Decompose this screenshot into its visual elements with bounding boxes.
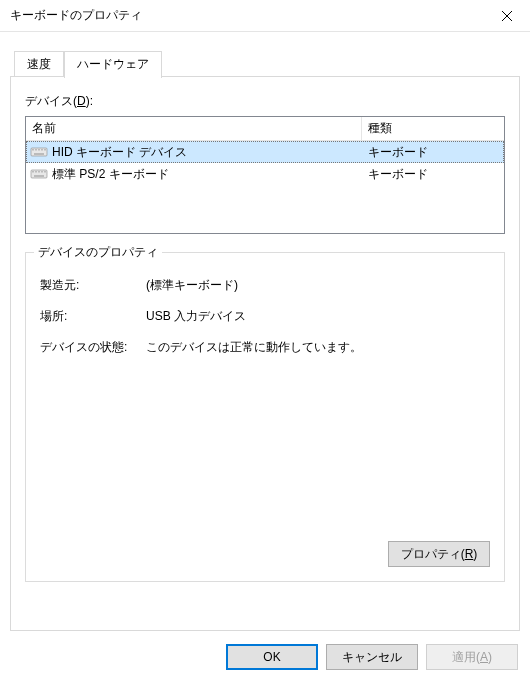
- close-icon: [502, 11, 512, 21]
- manufacturer-value: (標準キーボード): [146, 277, 490, 294]
- svg-rect-7: [44, 149, 46, 151]
- location-label: 場所:: [40, 308, 146, 325]
- device-properties-group: デバイスのプロパティ 製造元: (標準キーボード) 場所: USB 入力デバイス…: [25, 252, 505, 582]
- cancel-button[interactable]: キャンセル: [326, 644, 418, 670]
- apply-button: 適用(A): [426, 644, 518, 670]
- manufacturer-label: 製造元:: [40, 277, 146, 294]
- svg-rect-8: [34, 153, 44, 155]
- device-list-header: 名前 種類: [26, 117, 504, 141]
- tab-content-hardware: デバイス(D): 名前 種類 HID キーボード デバイス: [10, 76, 520, 631]
- tab-hardware-label: ハードウェア: [77, 57, 149, 71]
- dialog-footer: OK キャンセル 適用(A): [226, 644, 518, 670]
- prop-row-status: デバイスの状態: このデバイスは正常に動作しています。: [40, 339, 490, 356]
- status-value: このデバイスは正常に動作しています。: [146, 339, 490, 356]
- titlebar: キーボードのプロパティ: [0, 0, 530, 32]
- prop-row-location: 場所: USB 入力デバイス: [40, 308, 490, 325]
- tab-speed[interactable]: 速度: [14, 51, 64, 77]
- device-type: キーボード: [368, 145, 428, 159]
- device-name: 標準 PS/2 キーボード: [52, 166, 169, 183]
- tab-hardware[interactable]: ハードウェア: [64, 51, 162, 78]
- status-label: デバイスの状態:: [40, 339, 146, 356]
- svg-rect-5: [38, 149, 40, 151]
- properties-button[interactable]: プロパティ(R): [388, 541, 490, 567]
- svg-rect-11: [35, 171, 37, 173]
- cell-type: キーボード: [362, 166, 504, 183]
- tab-speed-label: 速度: [27, 57, 51, 71]
- device-type: キーボード: [368, 167, 428, 181]
- svg-rect-6: [41, 149, 43, 151]
- ok-button[interactable]: OK: [226, 644, 318, 670]
- keyboard-icon: [30, 147, 48, 157]
- list-item[interactable]: HID キーボード デバイス キーボード: [26, 141, 504, 163]
- tabs-row: 速度 ハードウェア: [14, 50, 520, 76]
- cell-type: キーボード: [362, 144, 504, 161]
- svg-rect-13: [41, 171, 43, 173]
- keyboard-icon: [30, 169, 48, 179]
- properties-button-row: プロパティ(R): [388, 541, 490, 567]
- devices-label: デバイス(D):: [25, 93, 505, 110]
- device-list[interactable]: 名前 種類 HID キーボード デバイス キーボード: [25, 116, 505, 234]
- close-button[interactable]: [484, 0, 530, 32]
- list-item[interactable]: 標準 PS/2 キーボード キーボード: [26, 163, 504, 185]
- svg-rect-12: [38, 171, 40, 173]
- svg-rect-14: [44, 171, 46, 173]
- cell-name: 標準 PS/2 キーボード: [26, 166, 362, 183]
- svg-rect-4: [35, 149, 37, 151]
- device-name: HID キーボード デバイス: [52, 144, 187, 161]
- svg-rect-3: [32, 149, 34, 151]
- svg-rect-15: [34, 175, 44, 177]
- client-area: 速度 ハードウェア デバイス(D): 名前 種類: [0, 32, 530, 631]
- column-header-name[interactable]: 名前: [26, 117, 362, 140]
- column-header-type[interactable]: 種類: [362, 117, 504, 140]
- group-title: デバイスのプロパティ: [34, 244, 162, 261]
- cell-name: HID キーボード デバイス: [26, 144, 362, 161]
- svg-rect-10: [32, 171, 34, 173]
- location-value: USB 入力デバイス: [146, 308, 490, 325]
- window-title: キーボードのプロパティ: [10, 7, 484, 24]
- prop-row-manufacturer: 製造元: (標準キーボード): [40, 277, 490, 294]
